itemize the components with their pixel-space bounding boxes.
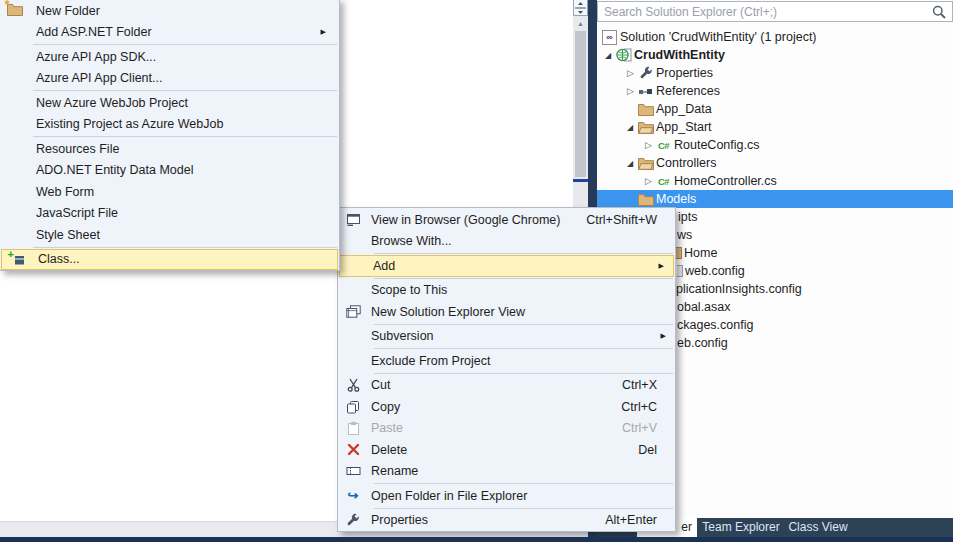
tree-item-label: plicationInsights.config bbox=[676, 280, 802, 298]
chevron-collapsed-icon[interactable]: ▷ bbox=[645, 176, 655, 186]
menu-item-azure-api-app-sdk[interactable]: Azure API App SDK... bbox=[0, 46, 339, 68]
menu-item-label: Paste bbox=[371, 421, 403, 435]
menu-item-copy[interactable]: Copy Ctrl+C bbox=[338, 396, 675, 418]
folder-icon bbox=[637, 193, 654, 206]
tree-item-label: ckages.config bbox=[677, 316, 753, 334]
menu-item-view-in-browser[interactable]: View in Browser (Google Chrome) Ctrl+Shi… bbox=[338, 209, 675, 231]
tree-item-controllers[interactable]: ◢ Controllers bbox=[597, 154, 953, 172]
menu-item-javascript-file[interactable]: JavaScript File bbox=[0, 203, 339, 225]
menu-item-label: Rename bbox=[371, 464, 418, 478]
submenu-arrow-icon: ▶ bbox=[661, 332, 666, 340]
menu-item-new-solution-explorer-view[interactable]: New Solution Explorer View bbox=[338, 301, 675, 323]
chevron-collapsed-icon[interactable]: ▷ bbox=[645, 140, 655, 150]
search-input[interactable] bbox=[598, 2, 952, 21]
menu-item-new-azure-webjob-project[interactable]: New Azure WebJob Project bbox=[0, 92, 339, 114]
tree-item-partial[interactable]: eb.config bbox=[677, 334, 728, 352]
tree-item-partial[interactable]: obal.asax bbox=[677, 298, 731, 316]
tree-item-label: Properties bbox=[656, 66, 713, 80]
splitter-icon bbox=[575, 2, 586, 14]
menu-item-label: Web Form bbox=[36, 185, 94, 199]
tree-item-label: CrudWithEntity bbox=[634, 48, 725, 62]
menu-item-label: JavaScript File bbox=[36, 206, 118, 220]
tree-item-partial[interactable]: ws bbox=[677, 226, 692, 244]
tree-item-partial[interactable]: ckages.config bbox=[677, 316, 753, 334]
menu-separator bbox=[33, 90, 337, 91]
folder-open-icon bbox=[637, 121, 654, 134]
menu-item-browse-with[interactable]: Browse With... bbox=[338, 231, 675, 253]
tab-class-view[interactable]: Class View bbox=[787, 518, 849, 537]
chevron-collapsed-icon[interactable]: ▷ bbox=[627, 86, 637, 96]
menu-separator bbox=[374, 348, 673, 349]
menu-shortcut: Alt+Enter bbox=[605, 513, 657, 527]
menu-item-existing-project-as-azure-webjob[interactable]: Existing Project as Azure WebJob bbox=[0, 114, 339, 136]
tree-item-app-start[interactable]: ◢ App_Start bbox=[597, 118, 953, 136]
chevron-expanded-icon[interactable]: ◢ bbox=[605, 51, 615, 60]
menu-item-rename[interactable]: Rename bbox=[338, 461, 675, 483]
menu-item-label: Azure API App Client... bbox=[36, 71, 162, 85]
add-submenu: * New Folder Add ASP.NET Folder ▶ Azure … bbox=[0, 0, 340, 271]
tree-item-partial[interactable]: web.config bbox=[677, 262, 745, 280]
menu-item-label: View in Browser (Google Chrome) bbox=[371, 213, 560, 227]
search-icon[interactable] bbox=[932, 5, 946, 22]
menu-item-delete[interactable]: Delete Del bbox=[338, 439, 675, 461]
solution-tree: ∞ Solution 'CrudWithEntity' (1 project) … bbox=[597, 28, 953, 208]
tree-item-models-selected[interactable]: Models bbox=[597, 190, 953, 208]
menu-item-scope-to-this[interactable]: Scope to This bbox=[338, 280, 675, 302]
menu-item-paste: Paste Ctrl+V bbox=[338, 418, 675, 440]
menu-item-cut[interactable]: Cut Ctrl+X bbox=[338, 375, 675, 397]
open-folder-icon: ↪ bbox=[338, 488, 368, 503]
menu-shortcut: Ctrl+V bbox=[622, 421, 657, 435]
menu-separator bbox=[374, 373, 673, 374]
scroll-up-arrow-icon[interactable]: ▲ bbox=[573, 18, 588, 30]
menu-item-label: Style Sheet bbox=[36, 228, 100, 242]
scrollbar-thumb[interactable] bbox=[575, 31, 586, 177]
menu-shortcut: Ctrl+C bbox=[621, 400, 657, 414]
menu-item-label: Open Folder in File Explorer bbox=[371, 489, 527, 503]
tree-item-properties[interactable]: ▷ Properties bbox=[597, 64, 953, 82]
csharp-file-icon: C# bbox=[655, 176, 672, 187]
copy-icon bbox=[338, 400, 368, 414]
scissors-icon bbox=[338, 378, 368, 392]
menu-item-exclude-from-project[interactable]: Exclude From Project bbox=[338, 350, 675, 372]
menu-item-new-folder[interactable]: * New Folder bbox=[0, 0, 339, 22]
menu-item-azure-api-app-client[interactable]: Azure API App Client... bbox=[0, 68, 339, 90]
menu-item-add-aspnet-folder[interactable]: Add ASP.NET Folder ▶ bbox=[0, 22, 339, 44]
menu-item-properties[interactable]: Properties Alt+Enter bbox=[338, 510, 675, 532]
chevron-expanded-icon[interactable]: ◢ bbox=[627, 159, 637, 168]
tree-item-routeconfig[interactable]: ▷ C# RouteConfig.cs bbox=[597, 136, 953, 154]
tree-item-partial[interactable]: plicationInsights.config bbox=[676, 280, 802, 298]
tree-item-partial[interactable]: Home bbox=[676, 244, 717, 262]
menu-separator bbox=[374, 324, 673, 325]
chevron-expanded-icon[interactable]: ◢ bbox=[627, 123, 637, 132]
rename-icon bbox=[338, 465, 368, 477]
menu-shortcut: Ctrl+X bbox=[622, 378, 657, 392]
tree-item-solution[interactable]: ∞ Solution 'CrudWithEntity' (1 project) bbox=[597, 28, 953, 46]
tree-item-label: References bbox=[656, 84, 720, 98]
menu-item-web-form[interactable]: Web Form bbox=[0, 181, 339, 203]
tree-item-project-crudwithentity[interactable]: ◢ CrudWithEntity bbox=[597, 46, 953, 64]
menu-item-label: Subversion bbox=[371, 329, 434, 343]
menu-item-label: Azure API App SDK... bbox=[36, 50, 156, 64]
menu-item-adonet-entity-data-model[interactable]: ADO.NET Entity Data Model bbox=[0, 160, 339, 182]
tree-item-label: RouteConfig.cs bbox=[674, 138, 759, 152]
new-folder-icon: * bbox=[0, 3, 33, 19]
menu-separator bbox=[374, 508, 673, 509]
tree-item-label: web.config bbox=[685, 262, 745, 280]
folder-icon bbox=[637, 103, 654, 116]
menu-item-open-folder-in-file-explorer[interactable]: ↪ Open Folder in File Explorer bbox=[338, 485, 675, 507]
menu-item-add[interactable]: Add ▶ bbox=[339, 255, 674, 277]
scrollbar-splitter-handle[interactable] bbox=[573, 0, 588, 16]
menu-item-style-sheet[interactable]: Style Sheet bbox=[0, 224, 339, 246]
menu-item-label: ADO.NET Entity Data Model bbox=[36, 163, 193, 177]
tree-item-references[interactable]: ▷ References bbox=[597, 82, 953, 100]
tree-item-app-data[interactable]: App_Data bbox=[597, 100, 953, 118]
menu-item-label: Exclude From Project bbox=[371, 354, 490, 368]
tree-item-homecontroller[interactable]: ▷ C# HomeController.cs bbox=[597, 172, 953, 190]
chevron-collapsed-icon[interactable]: ▷ bbox=[627, 68, 637, 78]
tab-team-explorer[interactable]: Team Explorer bbox=[697, 518, 785, 537]
menu-shortcut: Ctrl+Shift+W bbox=[586, 213, 657, 227]
menu-item-resources-file[interactable]: Resources File bbox=[0, 138, 339, 160]
menu-item-subversion[interactable]: Subversion ▶ bbox=[338, 326, 675, 348]
tree-item-partial[interactable]: ipts bbox=[678, 208, 697, 226]
menu-item-class[interactable]: + Class... bbox=[1, 249, 338, 271]
